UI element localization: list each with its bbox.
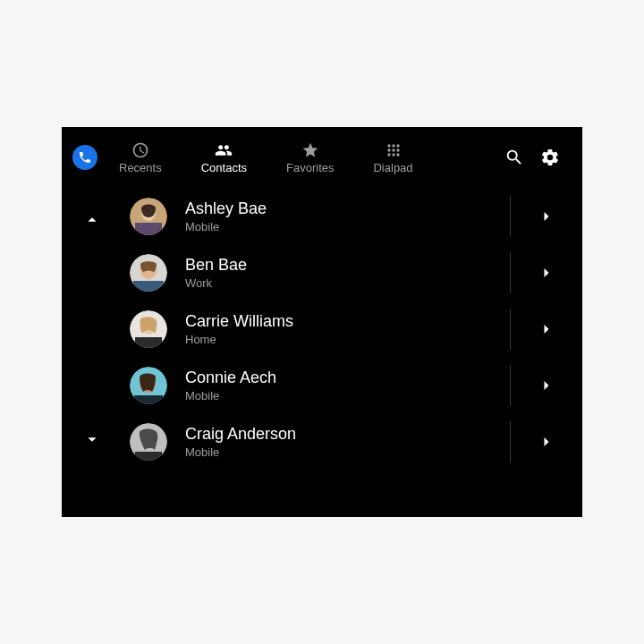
row-divider [510, 196, 511, 237]
contact-type: Mobile [185, 445, 492, 459]
search-button[interactable] [496, 140, 532, 175]
avatar [130, 198, 167, 235]
contact-name: Connie Aech [185, 369, 492, 387]
contact-detail-button[interactable] [529, 199, 564, 234]
row-divider [510, 365, 511, 406]
dialpad-icon [385, 141, 402, 159]
svg-rect-28 [135, 452, 162, 461]
avatar [130, 310, 167, 348]
contact-row[interactable]: Carrie Williams Home [130, 301, 582, 357]
row-divider [510, 309, 511, 350]
svg-point-5 [396, 148, 399, 151]
chevron-right-icon [538, 433, 555, 451]
contact-name: Craig Anderson [185, 425, 492, 444]
tab-favorites-label: Favorites [286, 161, 334, 174]
svg-rect-20 [135, 337, 162, 348]
svg-rect-24 [134, 395, 163, 404]
tab-contacts-label: Contacts [201, 161, 247, 174]
row-divider [510, 252, 511, 293]
tab-recents[interactable]: Recents [112, 141, 169, 174]
contacts-list: Ashley Bae Mobile Ben Bae Work [62, 188, 582, 470]
settings-button[interactable] [532, 140, 568, 175]
contact-text: Craig Anderson Mobile [185, 425, 492, 459]
row-divider [510, 421, 511, 462]
svg-point-3 [387, 148, 390, 151]
star-icon [301, 141, 319, 159]
tab-dialpad[interactable]: Dialpad [366, 141, 419, 174]
svg-rect-16 [133, 281, 164, 292]
phone-icon [78, 150, 92, 165]
contact-detail-button[interactable] [529, 368, 564, 403]
gear-icon [540, 148, 560, 167]
tab-dialpad-label: Dialpad [373, 161, 412, 174]
tab-bar: Recents Contacts Favorites Dialpad [112, 141, 420, 174]
contact-name: Carrie Williams [185, 312, 492, 331]
svg-point-0 [387, 144, 390, 147]
contact-name: Ashley Bae [185, 199, 492, 218]
clock-icon [131, 141, 149, 159]
contact-row[interactable]: Craig Anderson Mobile [130, 413, 582, 470]
contact-text: Ben Bae Work [185, 256, 492, 290]
contact-text: Carrie Williams Home [185, 312, 492, 346]
contact-detail-button[interactable] [529, 311, 564, 347]
tab-favorites[interactable]: Favorites [279, 141, 341, 174]
contact-type: Work [185, 276, 492, 290]
svg-point-8 [396, 153, 399, 156]
contact-type: Mobile [185, 220, 492, 233]
contact-row[interactable]: Ashley Bae Mobile [130, 188, 582, 244]
tab-recents-label: Recents [119, 161, 162, 174]
contact-detail-button[interactable] [529, 424, 564, 460]
tab-contacts[interactable]: Contacts [194, 141, 254, 174]
chevron-right-icon [538, 208, 555, 225]
svg-point-6 [387, 153, 390, 156]
svg-rect-12 [135, 223, 162, 235]
search-icon [504, 148, 524, 167]
chevron-right-icon [538, 264, 555, 282]
phone-app-screen: Recents Contacts Favorites Dialpad [62, 127, 582, 517]
svg-point-1 [392, 144, 394, 147]
avatar [130, 367, 167, 404]
contact-type: Home [185, 333, 492, 346]
svg-point-2 [396, 144, 399, 147]
svg-point-4 [392, 148, 394, 151]
top-bar: Recents Contacts Favorites Dialpad [62, 127, 582, 188]
contact-row[interactable]: Connie Aech Mobile [130, 357, 582, 413]
avatar [130, 254, 167, 292]
avatar [130, 423, 167, 461]
svg-point-7 [392, 153, 394, 156]
chevron-right-icon [538, 377, 555, 394]
chevron-right-icon [538, 320, 555, 338]
contact-detail-button[interactable] [529, 255, 564, 291]
contact-name: Ben Bae [185, 256, 492, 275]
contact-type: Mobile [185, 389, 492, 402]
contact-text: Connie Aech Mobile [185, 369, 492, 402]
phone-app-icon[interactable] [72, 145, 97, 170]
people-icon [215, 141, 233, 159]
contact-row[interactable]: Ben Bae Work [130, 244, 582, 301]
contact-text: Ashley Bae Mobile [185, 199, 492, 233]
